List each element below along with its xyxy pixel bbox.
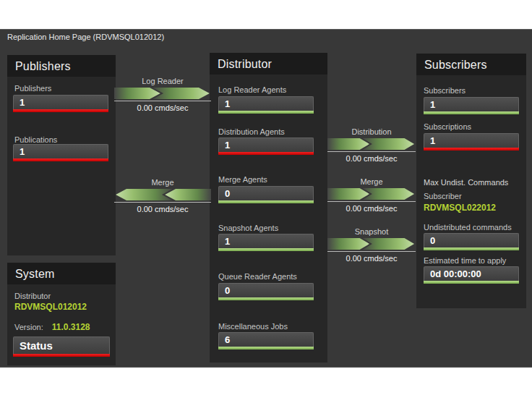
estimated-time-value: 0d 00:00:00 [424,267,518,281]
merge-agents-value: 0 [219,187,313,200]
status-underline [218,111,314,114]
undistributed-commands-value: 0 [424,234,518,247]
publishers-panel-header: Publishers [7,55,116,77]
subscribers-count-box[interactable]: 1 [424,97,519,111]
distributor-name-label: Distributor [14,292,51,300]
flow-arrow-right-icon [327,187,416,200]
distributor-server-name: RDVMSQL012012 [14,302,87,312]
page-title: Replication Home Page (RDVMSQL012012) [7,33,164,41]
status-underline [13,158,108,161]
publishers-panel: Publishers Publishers 1 Publications 1 [7,55,116,255]
flow-log-reader-label: Log Reader [114,76,211,86]
publications-count-value: 1 [14,145,108,158]
miscellaneous-jobs-value: 6 [219,333,313,347]
log-reader-agents-box[interactable]: 1 [218,96,314,111]
snapshot-agents-box[interactable]: 1 [218,234,314,248]
subscribers-panel: Subscribers Subscribers 1 Subscriptions … [416,54,526,308]
status-underline [13,109,108,112]
subscriber-name-label: Subscriber [424,192,462,200]
flow-snapshot-label: Snapshot [327,226,416,237]
flow-distribution: Distribution 0.00 cmds/sec [327,127,416,164]
version-value: 11.0.3128 [52,322,90,332]
flow-baseline [327,251,416,252]
publishers-count-value: 1 [14,96,108,109]
system-panel: System Distributor RDVMSQL012012 Version… [7,263,116,365]
flow-snapshot-rate: 0.00 cmds/sec [327,254,416,263]
version-label: Version: [14,323,43,331]
merge-agents-label: Merge Agents [218,175,267,184]
log-reader-agents-value: 1 [219,97,313,111]
flow-arrow-right-icon [327,237,416,250]
flow-merge-subscriber-rate: 0.00 cmds/sec [327,204,416,213]
queue-reader-agents-label: Queue Reader Agents [218,272,297,281]
flow-arrow-right-icon [114,87,211,100]
flow-baseline [114,101,211,101]
status-underline [424,111,519,114]
subscriptions-count-box[interactable]: 1 [424,133,519,148]
snapshot-agents-value: 1 [219,234,313,248]
status-button[interactable]: Status [13,336,110,354]
flow-merge-publisher-label: Merge [114,177,211,187]
subscriptions-count-value: 1 [424,134,518,148]
flow-log-reader: Log Reader 0.00 cmds/sec [114,76,211,113]
distribution-agents-box[interactable]: 1 [218,137,314,152]
flow-distribution-rate: 0.00 cmds/sec [327,154,416,164]
max-undist-commands-section-label: Max Undist. Commands [424,178,508,187]
publications-count-box[interactable]: 1 [13,144,108,158]
status-underline [218,152,314,155]
flow-arrow-left-icon [114,188,211,201]
flow-baseline [327,151,416,152]
status-underline [13,354,110,357]
flow-merge-subscriber-label: Merge [327,177,416,187]
subscriber-server-name: RDVMSQL022012 [424,203,496,213]
estimated-time-label: Estimated time to apply [424,256,506,265]
flow-merge-publisher-rate: 0.00 cmds/sec [114,205,211,214]
system-panel-header: System [7,263,116,284]
merge-agents-box[interactable]: 0 [218,186,314,200]
dashboard-content: Replication Home Page (RDVMSQL012012) Pu… [0,29,532,368]
snapshot-agents-label: Snapshot Agents [218,224,278,232]
version-row: Version:11.0.3128 [14,322,90,332]
flow-distribution-label: Distribution [327,127,416,137]
flow-baseline [327,201,416,202]
flow-arrow-right-icon [327,137,416,151]
queue-reader-agents-value: 0 [219,284,313,297]
queue-reader-agents-box[interactable]: 0 [218,283,314,297]
miscellaneous-jobs-label: Miscellaneous Jobs [218,322,288,331]
publications-count-label: Publications [14,135,57,144]
undistributed-commands-box[interactable]: 0 [424,233,519,247]
status-underline [424,281,519,284]
status-underline [218,200,314,203]
status-underline [218,347,314,350]
status-underline [424,148,519,151]
distributor-panel: Distributor Log Reader Agents 1 Distribu… [210,53,327,363]
distributor-panel-header: Distributor [210,53,327,75]
distribution-agents-label: Distribution Agents [218,127,285,136]
miscellaneous-jobs-box[interactable]: 6 [218,332,314,347]
status-underline [424,247,519,250]
publishers-count-label: Publishers [14,84,51,93]
flow-snapshot: Snapshot 0.00 cmds/sec [327,226,416,263]
status-button-label: Status [14,337,109,354]
subscribers-count-value: 1 [424,98,518,111]
replication-home-page: Replication Home Page (RDVMSQL012012) Pu… [0,0,532,398]
undistributed-commands-label: Undistributed commands [424,223,512,232]
subscribers-panel-header: Subscribers [416,54,526,75]
flow-baseline [114,202,211,203]
flow-merge-publisher: Merge 0.00 cmds/sec [114,177,211,214]
status-underline [218,248,314,251]
flow-merge-subscriber: Merge 0.00 cmds/sec [327,177,416,213]
distribution-agents-value: 1 [219,138,313,152]
estimated-time-box[interactable]: 0d 00:00:00 [424,266,519,281]
log-reader-agents-label: Log Reader Agents [218,85,286,94]
status-underline [218,297,314,300]
flow-log-reader-rate: 0.00 cmds/sec [114,103,211,113]
subscriptions-count-label: Subscriptions [424,122,471,131]
subscribers-count-label: Subscribers [424,86,466,95]
publishers-count-box[interactable]: 1 [13,95,108,109]
